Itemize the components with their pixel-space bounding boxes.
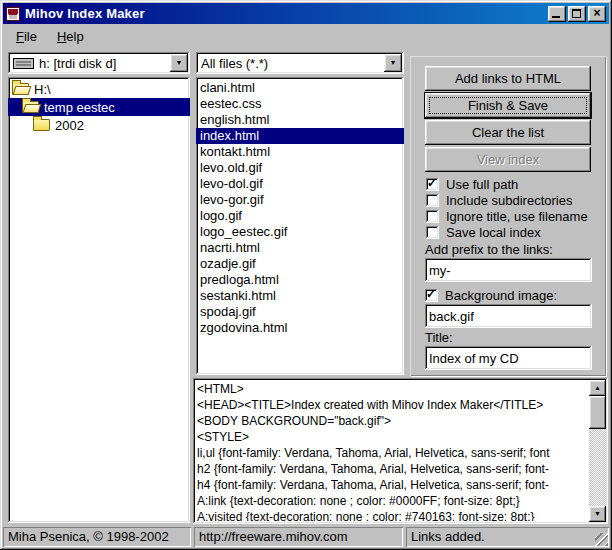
file-list-item[interactable]: kontakt.html <box>196 144 404 160</box>
checkbox-label: Include subdirectories <box>446 193 572 208</box>
window-title: Mihov Index Maker <box>25 6 548 21</box>
tree-item-label: 2002 <box>55 118 84 133</box>
folder-tree: H:\ temp eestec 2002 <box>8 77 190 523</box>
title-bar: Mihov Index Maker × <box>3 3 609 24</box>
checkbox-label: Use full path <box>446 177 518 192</box>
status-message-text: Links added. <box>411 529 485 544</box>
file-list-item[interactable]: english.html <box>196 112 404 128</box>
file-list-item[interactable]: clani.html <box>196 80 404 96</box>
status-copyright: Miha Psenica, © 1998-2002 <box>3 527 191 547</box>
app-window: Mihov Index Maker × File Help h: [trdi d… <box>0 0 612 550</box>
html-preview-text: <HTML> <HEAD><TITLE>Index created with M… <box>197 381 588 521</box>
file-list-item[interactable]: ozadje.gif <box>196 256 404 272</box>
clear-list-button[interactable]: Clear the list <box>425 120 591 145</box>
status-website: http://freeware.mihov.com <box>194 527 403 547</box>
options-panel: Add links to HTML Finish & Save Clear th… <box>410 56 606 376</box>
close-icon: × <box>588 6 606 22</box>
file-list-item[interactable]: nacrti.html <box>196 240 404 256</box>
tree-item-temp-eestec[interactable]: temp eestec <box>8 98 190 116</box>
preview-line: <BODY BACKGROUND="back.gif"> <box>197 413 588 429</box>
drive-icon <box>13 58 34 69</box>
close-button[interactable]: × <box>588 6 606 22</box>
tree-item-2002[interactable]: 2002 <box>8 116 190 134</box>
filetype-filter[interactable]: All files (*.*) ▼ <box>196 52 404 74</box>
prefix-input[interactable] <box>425 258 592 282</box>
preview-line: A:visited {text-decoration: none ; color… <box>197 509 588 521</box>
drive-selector-value: h: [trdi disk d] <box>39 56 116 71</box>
file-list-item[interactable]: index.html <box>196 128 404 144</box>
menu-help[interactable]: Help <box>52 28 89 45</box>
preview-line: A:link {text-decoration: none ; color: #… <box>197 493 588 509</box>
include-subdirectories-row: Include subdirectories <box>426 192 606 208</box>
preview-line: <HEAD><TITLE>Index created with Mihov In… <box>197 397 588 413</box>
ignore-title-checkbox[interactable] <box>426 210 439 223</box>
menu-bar: File Help <box>3 26 609 47</box>
maximize-button[interactable] <box>568 6 586 22</box>
drive-selector[interactable]: h: [trdi disk d] ▼ <box>8 52 190 74</box>
add-links-button[interactable]: Add links to HTML <box>425 66 591 91</box>
use-full-path-checkbox[interactable] <box>426 178 439 191</box>
preview-scrollbar[interactable]: ▲ ▼ <box>589 380 606 522</box>
folder-open-icon <box>22 101 39 113</box>
preview-line: li,ul {font-family: Verdana, Tahoma, Ari… <box>197 445 588 461</box>
tree-item-label: H:\ <box>34 82 51 97</box>
checkbox-label: Background image: <box>445 288 557 303</box>
status-bar: Miha Psenica, © 1998-2002 http://freewar… <box>3 527 609 547</box>
ignore-title-row: Ignore title, use filename <box>426 208 606 224</box>
scrollbar-thumb[interactable] <box>589 396 606 429</box>
view-index-button[interactable]: View index <box>425 147 591 172</box>
file-list-item[interactable]: zgodovina.html <box>196 320 404 336</box>
drive-dropdown-arrow-icon[interactable]: ▼ <box>170 54 188 72</box>
file-list-item[interactable]: sestanki.html <box>196 288 404 304</box>
filter-dropdown-arrow-icon[interactable]: ▼ <box>384 54 402 72</box>
use-full-path-row: Use full path <box>426 176 606 192</box>
prefix-label: Add prefix to the links: <box>425 242 606 257</box>
html-preview[interactable]: <HTML> <HEAD><TITLE>Index created with M… <box>193 378 608 524</box>
folder-closed-icon <box>33 119 50 131</box>
tree-item-label: temp eestec <box>44 100 115 115</box>
save-local-index-row: Save local index <box>426 224 606 240</box>
save-local-index-checkbox[interactable] <box>426 226 439 239</box>
background-image-input[interactable] <box>425 304 592 328</box>
resize-grip[interactable] <box>595 533 608 546</box>
finish-save-button[interactable]: Finish & Save <box>425 93 591 118</box>
status-message: Links added. <box>406 527 609 547</box>
include-subdirectories-checkbox[interactable] <box>426 194 439 207</box>
app-icon <box>6 7 20 21</box>
checkbox-label: Ignore title, use filename <box>446 209 588 224</box>
background-image-row: Background image: <box>425 287 606 303</box>
menu-file[interactable]: File <box>11 28 42 45</box>
file-list-item[interactable]: predloga.html <box>196 272 404 288</box>
tree-item-root[interactable]: H:\ <box>8 80 190 98</box>
file-list-item[interactable]: spodaj.gif <box>196 304 404 320</box>
file-list-item[interactable]: levo.old.gif <box>196 160 404 176</box>
preview-line: h2 {font-family: Verdana, Tahoma, Arial,… <box>197 461 588 477</box>
file-list: clani.html eestec.css english.html index… <box>196 77 404 375</box>
preview-line: <HTML> <box>197 381 588 397</box>
maximize-icon <box>572 9 581 18</box>
title-label: Title: <box>425 330 606 345</box>
checkbox-label: Save local index <box>446 225 541 240</box>
background-image-checkbox[interactable] <box>425 289 438 302</box>
minimize-icon <box>552 16 560 18</box>
filetype-filter-value: All files (*.*) <box>201 56 268 71</box>
file-list-item[interactable]: eestec.css <box>196 96 404 112</box>
folder-open-icon <box>12 83 29 95</box>
file-list-item[interactable]: levo-gor.gif <box>196 192 404 208</box>
scroll-up-icon[interactable]: ▲ <box>589 380 606 396</box>
file-list-item[interactable]: logo.gif <box>196 208 404 224</box>
preview-line: <STYLE> <box>197 429 588 445</box>
preview-line: h4 {font-family: Verdana, Tahoma, Arial,… <box>197 477 588 493</box>
scroll-down-icon[interactable]: ▼ <box>589 506 606 522</box>
file-list-item[interactable]: levo-dol.gif <box>196 176 404 192</box>
option-checkboxes: Use full path Include subdirectories Ign… <box>426 176 606 240</box>
minimize-button[interactable] <box>548 6 566 22</box>
file-list-item[interactable]: logo_eestec.gif <box>196 224 404 240</box>
title-input[interactable] <box>425 346 592 370</box>
window-controls: × <box>548 6 606 22</box>
